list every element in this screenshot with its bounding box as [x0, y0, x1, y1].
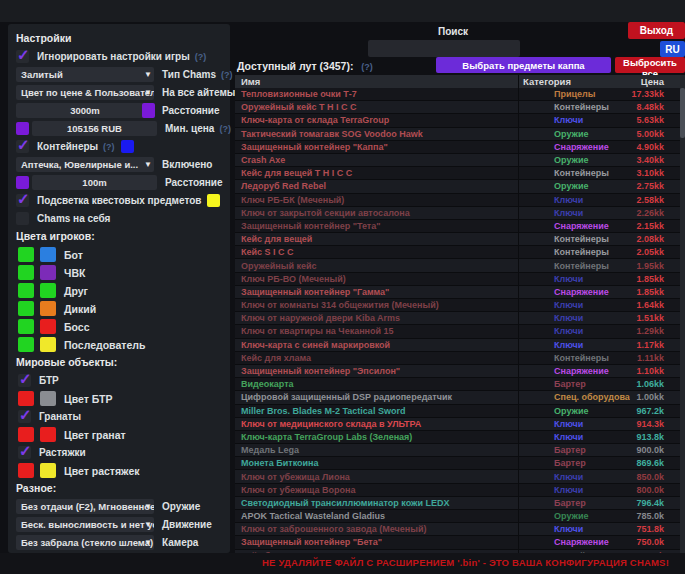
- distance-slider[interactable]: 3000m: [16, 103, 154, 118]
- player-color-swatch-secondary[interactable]: [40, 337, 56, 352]
- tripwire-color-swatch-2[interactable]: [40, 463, 56, 478]
- player-color-swatch-primary[interactable]: [18, 247, 34, 262]
- table-row[interactable]: Тактический томагавк SOG Voodoo Hawk Ору…: [235, 128, 681, 141]
- checkbox-checked-icon[interactable]: [18, 446, 31, 459]
- table-row[interactable]: Защищенный контейнер "Тета" Снаряжение 2…: [235, 220, 681, 233]
- column-header-category[interactable]: Категория: [518, 75, 630, 88]
- table-row[interactable]: Ключ-карта от склада TerraGroup Ключи 5.…: [235, 114, 681, 127]
- select-kappa-button[interactable]: Выбрать предметы каппа: [436, 57, 611, 73]
- quest-color-swatch[interactable]: [207, 194, 220, 207]
- table-row[interactable]: Crash Axe Оружие 3.40kk: [235, 154, 681, 167]
- min-price-slider[interactable]: 105156 RUB: [32, 121, 157, 136]
- checkbox-checked-icon[interactable]: [16, 140, 29, 153]
- table-row[interactable]: Ключ от убежища Ворона Ключи 800.0k: [235, 484, 681, 497]
- language-button[interactable]: RU: [660, 41, 685, 57]
- quest-highlight-row[interactable]: Подсветка квестовых предметов: [16, 192, 222, 209]
- camera-dropdown[interactable]: Без забрала (стекло шлема) ▼: [16, 535, 154, 550]
- tripwire-color-swatch-1[interactable]: [18, 463, 34, 478]
- item-category: Снаряжение: [518, 220, 630, 232]
- checkbox-unchecked-icon[interactable]: [16, 212, 29, 225]
- table-row[interactable]: Ключ-карта TerraGroup Labs (Зеленая) Клю…: [235, 431, 681, 444]
- weapon-dropdown[interactable]: Без отдачи (F2), Мгновенное п ▼: [16, 499, 154, 514]
- grenades-row[interactable]: Гранаты: [18, 408, 222, 425]
- player-color-swatch-primary[interactable]: [18, 319, 34, 334]
- slider-handle[interactable]: [142, 103, 155, 118]
- item-price: 2.05kk: [630, 247, 681, 257]
- containers-row[interactable]: Контейнеры (?): [16, 138, 222, 155]
- category-filter-dropdown[interactable]: Аптечка, Ювелирные и... ▼: [16, 157, 154, 172]
- table-row[interactable]: Защищенный контейнер "Гамма" Снаряжение …: [235, 286, 681, 299]
- grenades-label: Гранаты: [39, 411, 81, 422]
- slider-handle[interactable]: [16, 176, 29, 189]
- table-row[interactable]: Ключ от комнаты 314 общежития (Меченый) …: [235, 299, 681, 312]
- tripwires-row[interactable]: Растяжки: [18, 444, 222, 461]
- table-row[interactable]: Светодиодный трансиллюминатор кожи LEDX …: [235, 497, 681, 510]
- table-row[interactable]: Ключ РБ-БК (Меченый) Ключи 2.58kk: [235, 194, 681, 207]
- player-color-swatch-primary[interactable]: [18, 265, 34, 280]
- player-color-swatch-secondary[interactable]: [40, 319, 56, 334]
- scrollbar-thumb[interactable]: [680, 88, 685, 138]
- table-row[interactable]: Кейс для вещей T H I C C Контейнеры 3.10…: [235, 167, 681, 180]
- player-color-swatch-secondary[interactable]: [40, 265, 56, 280]
- containers-color-swatch[interactable]: [121, 140, 134, 153]
- slider-handle[interactable]: [16, 122, 29, 135]
- ignore-game-settings-row[interactable]: Игнорировать настройки игры (?): [16, 48, 222, 65]
- help-icon[interactable]: (?): [195, 52, 207, 62]
- player-color-swatch-primary[interactable]: [18, 301, 34, 316]
- drop-all-button[interactable]: Выбросить все: [615, 57, 685, 73]
- column-header-price[interactable]: Цена: [630, 76, 681, 87]
- player-color-swatch-primary[interactable]: [18, 337, 34, 352]
- movement-dropdown[interactable]: Беск. выносливость и нет уста ▼: [16, 517, 154, 532]
- column-header-name[interactable]: Имя: [235, 76, 518, 87]
- table-row[interactable]: Ключ от квартиры на Чеканной 15 Ключи 1.…: [235, 325, 681, 338]
- exit-button[interactable]: Выход: [628, 22, 685, 39]
- table-row[interactable]: Защищенный контейнер "Бета" Снаряжение 7…: [235, 536, 681, 549]
- table-row[interactable]: Оружейный кейс T H I C C Контейнеры 8.48…: [235, 101, 681, 114]
- table-row[interactable]: Защищенный контейнер "Каппа" Снаряжение …: [235, 141, 681, 154]
- table-row[interactable]: Кейс для хлама Контейнеры 1.11kk: [235, 352, 681, 365]
- player-color-swatch-secondary[interactable]: [40, 247, 56, 262]
- table-row[interactable]: Ключ от заброшенного завода (Меченый) Кл…: [235, 523, 681, 536]
- table-row[interactable]: Кейс для вещей Контейнеры 2.08kk: [235, 233, 681, 246]
- table-row[interactable]: Ключ от закрытой секции автосалона Ключи…: [235, 207, 681, 220]
- search-input[interactable]: [368, 40, 520, 57]
- color-mode-dropdown[interactable]: Цвет по цене & Пользователям ▼: [16, 85, 154, 100]
- btr-row[interactable]: БТР: [18, 372, 222, 389]
- table-row[interactable]: Видеокарта Бартер 1.06kk: [235, 378, 681, 391]
- grenade-color-swatch-1[interactable]: [18, 427, 34, 442]
- checkbox-checked-icon[interactable]: [18, 410, 31, 423]
- btr-color-swatch-1[interactable]: [18, 391, 34, 406]
- table-row[interactable]: APOK Tactical Wasteland Gladius Оружие 7…: [235, 510, 681, 523]
- help-icon[interactable]: (?): [221, 70, 233, 80]
- table-row[interactable]: Тепловизионные очки Т-7 Прицелы 17.33kk: [235, 88, 681, 101]
- table-row[interactable]: Ключ от медицинского склада в УЛЬТРА Клю…: [235, 418, 681, 431]
- table-row[interactable]: Ключ РБ-ВО (Меченый) Ключи 1.85kk: [235, 273, 681, 286]
- table-row[interactable]: Цифровой защищенный DSP радиопередатчик …: [235, 391, 681, 404]
- checkbox-checked-icon[interactable]: [18, 374, 31, 387]
- table-row[interactable]: Кейс S I C C Контейнеры 2.05kk: [235, 246, 681, 259]
- table-row[interactable]: Ключ от убежища Лиона Ключи 850.0k: [235, 470, 681, 483]
- grenade-color-swatch-2[interactable]: [40, 427, 56, 442]
- player-color-swatch-primary[interactable]: [18, 283, 34, 298]
- table-row[interactable]: Защищенный контейнер "Эпсилон" Снаряжени…: [235, 365, 681, 378]
- help-icon[interactable]: (?): [103, 142, 115, 152]
- table-row[interactable]: Ледоруб Red Rebel Оружие 2.75kk: [235, 180, 681, 193]
- table-row[interactable]: Медаль Lega Бартер 900.0k: [235, 444, 681, 457]
- btr-color-swatch-2[interactable]: [40, 391, 56, 406]
- help-icon[interactable]: (?): [219, 124, 231, 134]
- help-icon[interactable]: (?): [361, 62, 373, 72]
- table-row[interactable]: Ключ-карта с синей маркировкой Ключи 1.1…: [235, 339, 681, 352]
- chams-self-row[interactable]: Chams на себя: [16, 210, 222, 227]
- checkbox-checked-icon[interactable]: [16, 50, 29, 63]
- table-row[interactable]: Монета Биткоина Бартер 869.6k: [235, 457, 681, 470]
- table-row[interactable]: Miller Bros. Blades M-2 Tactical Sword О…: [235, 405, 681, 418]
- player-color-swatch-secondary[interactable]: [40, 301, 56, 316]
- player-color-swatch-secondary[interactable]: [40, 283, 56, 298]
- item-name: Защищенный контейнер "Бета": [235, 537, 518, 547]
- loot-distance-slider[interactable]: 100m: [32, 175, 157, 190]
- table-scrollbar[interactable]: [680, 75, 685, 553]
- checkbox-checked-icon[interactable]: [16, 194, 29, 207]
- chams-type-dropdown[interactable]: Залитый ▼: [16, 67, 154, 82]
- table-row[interactable]: Ключ от наружной двери Kiba Arms Ключи 1…: [235, 312, 681, 325]
- table-row[interactable]: Оружейный кейс Контейнеры 1.95kk: [235, 259, 681, 272]
